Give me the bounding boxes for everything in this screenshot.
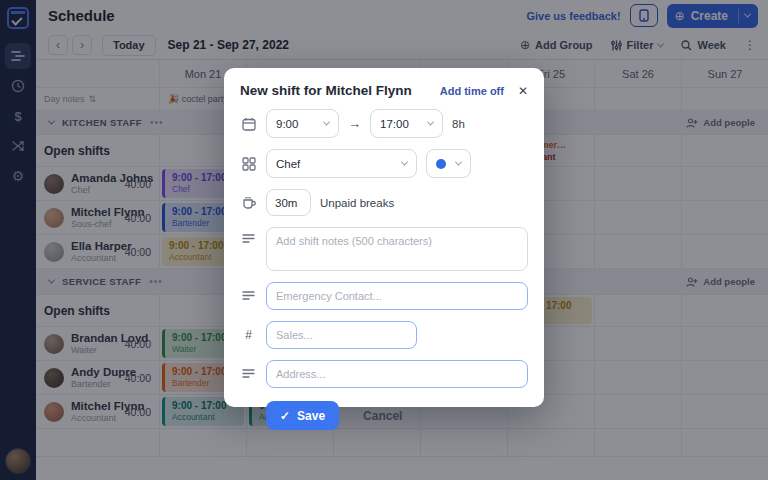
cancel-button[interactable]: Cancel: [363, 409, 402, 423]
breaks-label: Unpaid breaks: [320, 197, 394, 209]
add-time-off-link[interactable]: Add time off: [440, 85, 504, 97]
emergency-contact-input[interactable]: [266, 282, 528, 310]
calendar-icon: [240, 117, 257, 131]
position-grid-icon: [240, 157, 257, 171]
notes-lines-icon: [240, 234, 257, 244]
chevron-down-icon: [323, 119, 330, 126]
position-select[interactable]: Chef: [266, 149, 417, 178]
shift-duration: 8h: [452, 118, 465, 130]
break-mug-icon: [240, 196, 257, 209]
color-dot: [436, 159, 446, 169]
address-input[interactable]: [266, 360, 528, 388]
start-time-select[interactable]: 9:00: [266, 109, 339, 138]
shift-notes-textarea[interactable]: [266, 227, 528, 271]
sales-input[interactable]: [266, 321, 417, 349]
breaks-input[interactable]: [266, 189, 311, 216]
chevron-down-icon: [455, 159, 462, 166]
check-icon: ✓: [280, 409, 290, 423]
new-shift-modal: New shift for Mitchel Flynn Add time off…: [224, 68, 544, 407]
arrow-right-icon: →: [348, 116, 361, 131]
number-hash-icon: #: [240, 328, 257, 342]
chevron-down-icon: [427, 119, 434, 126]
modal-title: New shift for Mitchel Flynn: [240, 83, 412, 98]
shift-color-select[interactable]: [426, 149, 471, 178]
end-time-select[interactable]: 17:00: [370, 109, 443, 138]
close-icon[interactable]: ✕: [518, 85, 528, 97]
text-field-lines-icon: [240, 291, 257, 301]
chevron-down-icon: [401, 159, 408, 166]
schedule-app: $ ⚙ Schedule Give us feedback! ⊕ Create: [0, 0, 768, 480]
save-button[interactable]: ✓ Save: [266, 401, 339, 430]
text-field-lines-icon: [240, 369, 257, 379]
